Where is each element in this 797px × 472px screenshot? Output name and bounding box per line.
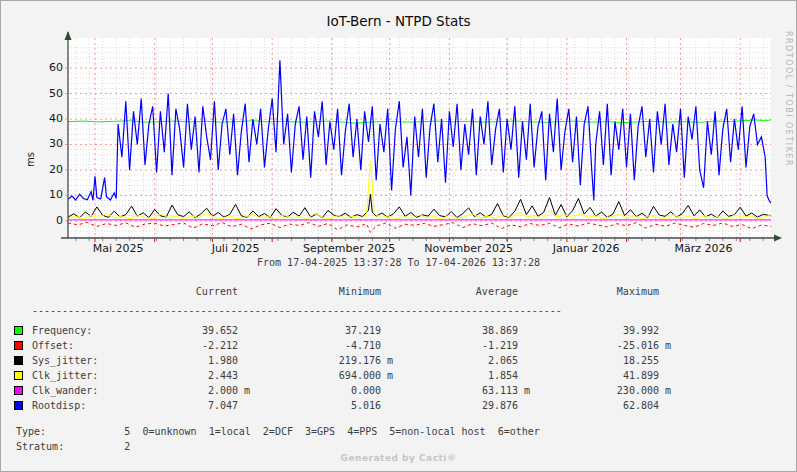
x-month-label: Mai 2025: [53, 242, 183, 255]
legend-row-label: Offset:: [32, 340, 74, 352]
plot-background: [68, 38, 771, 238]
series-rootdisp: [68, 60, 771, 203]
time-range-label: From 17-04-2025 13:37:28 To 17-04-2026 1…: [1, 257, 796, 269]
legend-value: 2.065: [408, 355, 518, 366]
legend-value-unit: m: [665, 385, 671, 396]
legend-swatch: [14, 386, 23, 395]
series-offset: [68, 223, 771, 233]
type-line: Type: 5 0=unknown 1=local 2=DCF 3=GPS 4=…: [16, 426, 540, 438]
legend-value: -4.710: [271, 340, 381, 351]
y-axis-unit-label: ms: [25, 145, 36, 175]
legend-value-unit: m: [244, 385, 250, 396]
legend-value: 41.899: [549, 370, 659, 381]
legend-value: 62.804: [549, 400, 659, 411]
series-frequency: [68, 120, 771, 124]
x-month-label: März 2026: [639, 242, 769, 255]
rrdtool-watermark-label: RRDTOOL / TOBI OETIKER: [784, 31, 793, 167]
legend-swatch: [14, 401, 23, 410]
legend-value-unit: m: [387, 370, 393, 381]
legend-swatch: [14, 341, 23, 350]
legend-swatch: [14, 356, 23, 365]
y-tick-label: 30: [35, 137, 63, 150]
legend-row-label: Rootdisp:: [32, 400, 86, 412]
y-tick-label: 0: [35, 214, 63, 227]
legend-row-label: Frequency:: [32, 325, 92, 337]
legend-value: 230.000: [549, 385, 659, 396]
graph-title: IoT-Bern - NTPD Stats: [1, 13, 796, 29]
legend-value-unit: m: [387, 355, 393, 366]
legend-value: 0.000: [271, 385, 381, 396]
legend-value: 37.219: [271, 325, 381, 336]
legend-value: -1.219: [408, 340, 518, 351]
legend-value: 18.255: [549, 355, 659, 366]
legend-value: 1.854: [408, 370, 518, 381]
x-month-label: Juli 2025: [171, 242, 301, 255]
legend-swatch: [14, 326, 23, 335]
legend-value: 38.869: [408, 325, 518, 336]
y-tick-label: 10: [35, 188, 63, 201]
legend-value: 694.000: [271, 370, 381, 381]
legend-value: 39.652: [128, 325, 238, 336]
legend-value: 7.047: [128, 400, 238, 411]
legend-column-header: Maximum: [559, 286, 659, 297]
legend-column-header: Current: [138, 286, 238, 297]
legend-swatch: [14, 371, 23, 380]
legend-value: 2.000: [128, 385, 238, 396]
legend-value: 2.443: [128, 370, 238, 381]
legend-separator: ----------------------------------------…: [32, 305, 562, 317]
cacti-rrdtool-graph: IoT-Bern - NTPD Stats RRDTOOL / TOBI OET…: [0, 0, 797, 472]
legend-row-label: Clk_wander:: [32, 385, 98, 397]
series-sys_jitter: [68, 194, 771, 218]
legend-value: -25.016: [549, 340, 659, 351]
legend-column-header: Average: [418, 286, 518, 297]
x-month-label: September 2025: [284, 242, 414, 255]
x-axis-arrow: [774, 235, 782, 242]
legend-value: 1.980: [128, 355, 238, 366]
y-axis-arrow: [65, 31, 72, 40]
legend-value: -2.212: [128, 340, 238, 351]
stratum-line: Stratum: 2: [16, 441, 130, 453]
legend-row-label: Sys_jitter:: [32, 355, 98, 367]
y-tick-label: 40: [35, 112, 63, 125]
generated-by-label: Generated by Cacti®: [1, 453, 796, 463]
legend-column-header: Minimum: [281, 286, 381, 297]
legend-row-label: Clk_jitter:: [32, 370, 98, 382]
x-month-label: November 2025: [404, 242, 534, 255]
legend-value: 39.992: [549, 325, 659, 336]
plot-canvas: [1, 1, 797, 472]
legend-value: 219.176: [271, 355, 381, 366]
y-tick-label: 60: [35, 61, 63, 74]
y-tick-label: 50: [35, 87, 63, 100]
y-tick-label: 20: [35, 163, 63, 176]
legend-value: 29.876: [408, 400, 518, 411]
legend-value: 63.113: [408, 385, 518, 396]
x-month-label: Januar 2026: [521, 242, 651, 255]
legend-value-unit: m: [665, 340, 671, 351]
legend-value-unit: m: [524, 385, 530, 396]
legend-value: 5.016: [271, 400, 381, 411]
series-clk_jitter: [68, 161, 771, 219]
